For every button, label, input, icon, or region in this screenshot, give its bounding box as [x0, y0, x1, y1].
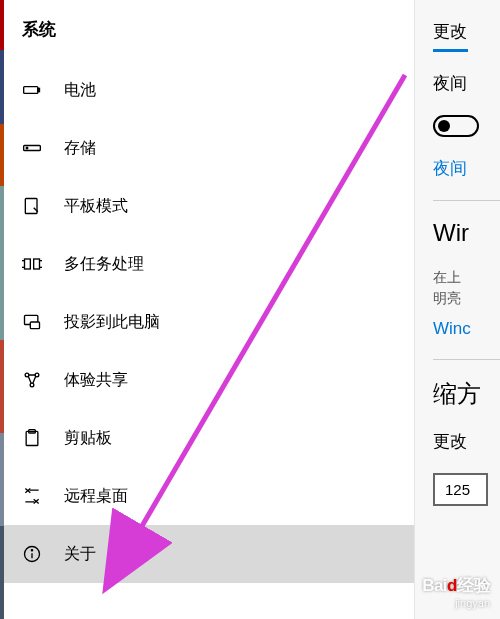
sidebar-item-clipboard[interactable]: 剪贴板 [0, 409, 414, 467]
settings-sidebar: 系统 电池 存储 平板模式 多任务处理 [0, 0, 415, 619]
sidebar-item-label: 多任务处理 [64, 254, 144, 275]
windows-hd-desc-1: 在上 [433, 267, 500, 288]
sidebar-item-label: 平板模式 [64, 196, 128, 217]
clipboard-icon [22, 428, 42, 448]
sidebar-item-projecting[interactable]: 投影到此电脑 [0, 293, 414, 351]
svg-rect-0 [24, 87, 38, 94]
change-tab-label: 更改 [433, 22, 467, 41]
divider [433, 200, 500, 201]
share-icon [22, 370, 42, 390]
tab-underline [433, 49, 468, 52]
tablet-icon [22, 196, 42, 216]
svg-rect-6 [34, 259, 40, 269]
divider [433, 359, 500, 360]
projecting-icon [22, 312, 42, 332]
night-light-label: 夜间 [433, 72, 500, 95]
toggle-knob [438, 120, 450, 132]
night-light-settings-link[interactable]: 夜间 [433, 157, 500, 180]
settings-content: 更改 夜间 夜间 Wir 在上 明亮 Winc 缩方 更改 125 [415, 0, 500, 619]
change-scale-label: 更改 [433, 430, 500, 453]
scale-heading: 缩方 [433, 378, 500, 410]
svg-rect-1 [38, 88, 40, 91]
svg-point-3 [26, 147, 28, 149]
windows-hd-link[interactable]: Winc [433, 319, 500, 339]
svg-point-20 [31, 550, 32, 551]
storage-icon [22, 138, 42, 158]
sidebar-item-label: 关于 [64, 544, 96, 565]
windows-hd-heading: Wir [433, 219, 500, 247]
battery-icon [22, 80, 42, 100]
sidebar-item-storage[interactable]: 存储 [0, 119, 414, 177]
scale-dropdown[interactable]: 125 [433, 473, 488, 506]
remote-desktop-icon [22, 486, 42, 506]
svg-point-15 [30, 383, 34, 387]
sidebar-item-label: 剪贴板 [64, 428, 112, 449]
windows-hd-desc-2: 明亮 [433, 288, 500, 309]
sidebar-title: 系统 [0, 18, 414, 61]
sidebar-item-label: 电池 [64, 80, 96, 101]
multitasking-icon [22, 254, 42, 274]
svg-rect-4 [25, 199, 37, 214]
sidebar-item-label: 远程桌面 [64, 486, 128, 507]
sidebar-item-tablet-mode[interactable]: 平板模式 [0, 177, 414, 235]
change-tab[interactable]: 更改 [433, 20, 500, 52]
sidebar-item-label: 体验共享 [64, 370, 128, 391]
sidebar-item-about[interactable]: 关于 [0, 525, 414, 583]
sidebar-item-multitasking[interactable]: 多任务处理 [0, 235, 414, 293]
sidebar-item-label: 投影到此电脑 [64, 312, 160, 333]
night-light-toggle[interactable] [433, 115, 479, 137]
sidebar-item-remote-desktop[interactable]: 远程桌面 [0, 467, 414, 525]
window-edge-strip [0, 0, 4, 619]
sidebar-item-battery[interactable]: 电池 [0, 61, 414, 119]
svg-rect-12 [30, 322, 39, 329]
info-icon [22, 544, 42, 564]
svg-rect-5 [25, 259, 31, 269]
sidebar-item-label: 存储 [64, 138, 96, 159]
scale-value: 125 [445, 481, 470, 498]
sidebar-item-shared-experiences[interactable]: 体验共享 [0, 351, 414, 409]
